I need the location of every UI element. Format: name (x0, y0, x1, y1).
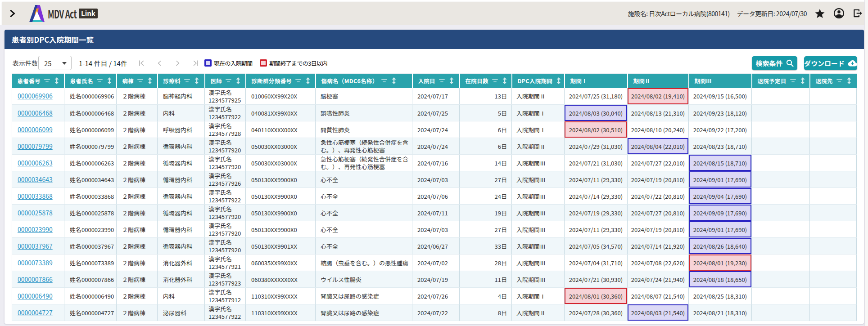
filter-icon[interactable] (97, 79, 103, 83)
sort-icon[interactable] (449, 77, 454, 84)
filter-icon[interactable] (836, 79, 843, 83)
sort-icon[interactable] (107, 77, 112, 84)
cell-department: 循環器内科 (158, 138, 205, 155)
column-label: 病棟 (122, 76, 134, 85)
cell-department: 循環器内科 (158, 188, 205, 205)
sort-icon[interactable] (800, 77, 805, 84)
filter-icon[interactable] (226, 79, 232, 83)
cell-doctor: 漢字氏名1234577922 (205, 105, 246, 121)
cell-period2: 2024/08/04 (22,010) (628, 138, 689, 155)
legend: 現在の入院期間 期間終了までの3日以内 (204, 59, 328, 67)
cell-discharge_date (752, 271, 810, 288)
patient-number-link[interactable]: 0000034643 (18, 175, 53, 184)
cell-discharge_date (752, 188, 810, 205)
favorite-button[interactable] (813, 4, 827, 22)
cell-period1: 2024/07/28 (30,360) (565, 304, 628, 321)
column-header-disease[interactable]: 傷病名（MDC6名称） (316, 74, 412, 88)
patient-number-link[interactable]: 0000007866 (18, 275, 53, 284)
table-row: 0000025878 姓名0000025878 ２階病棟 循環器内科 漢字氏名1… (12, 205, 857, 221)
toolbar-buttons: 検索条件 ダウンロード (752, 56, 857, 70)
cell-disease: 結腸（虫垂を含む。）の悪性腫瘍 (316, 255, 412, 271)
column-header-department[interactable]: 診療科 (158, 74, 205, 88)
cell-doctor: 漢字氏名1234577920 (205, 205, 246, 221)
page-size-select[interactable]: 25 (38, 56, 72, 70)
sort-icon[interactable] (236, 77, 240, 84)
column-header-discharge_date[interactable]: 退院予定日 (752, 74, 810, 88)
filter-icon[interactable] (439, 79, 445, 83)
logout-button[interactable] (851, 4, 864, 22)
next-page-button[interactable] (171, 56, 185, 70)
patient-number-link[interactable]: 0000037967 (18, 241, 53, 250)
column-header-dpc_code[interactable]: 診断群分類番号 (246, 74, 316, 88)
patient-number-link[interactable]: 0000004727 (18, 308, 53, 317)
cell-discharge_to (810, 304, 857, 321)
cell-period1: 2024/07/25 (31,180) (565, 88, 628, 105)
table-row: 0000037967 姓名0000037967 ２階病棟 循環器内科 漢字氏名1… (12, 238, 857, 255)
patient-number-link[interactable]: 0000023990 (18, 225, 53, 234)
cell-period3: 2024/08/01 (19,230) (689, 255, 752, 271)
column-header-days[interactable]: 在院日数 (460, 74, 512, 88)
chevron-left-icon (156, 60, 163, 67)
last-page-button[interactable] (189, 56, 203, 70)
table-row: 0000073389 姓名0000073389 ２階病棟 消化器外科 漢字氏名1… (12, 255, 857, 271)
first-page-button[interactable] (135, 56, 149, 70)
column-header-dpc_period[interactable]: DPC入院期間 (512, 74, 565, 88)
column-header-doctor[interactable]: 医師 (205, 74, 246, 88)
cell-days: 13日 (460, 88, 512, 105)
cell-department: 循環器内科 (158, 171, 205, 188)
patient-number-link[interactable]: 0000006468 (18, 108, 53, 117)
prev-page-button[interactable] (153, 56, 167, 70)
filter-icon[interactable] (381, 79, 388, 83)
dpc-table-wrap: 患者番号 患者氏名 病棟 診療科 医師 診断群分類番号 傷病名（MDC6名称） … (12, 73, 856, 321)
filter-icon[interactable] (492, 79, 498, 83)
sort-icon[interactable] (54, 77, 59, 84)
cell-days: 6日 (460, 138, 512, 155)
sort-icon[interactable] (392, 77, 396, 84)
patient-number-link[interactable]: 0000079799 (18, 142, 53, 151)
column-header-discharge_to[interactable]: 退院先 (810, 74, 857, 88)
column-header-patient_no[interactable]: 患者番号 (12, 74, 64, 88)
column-header-admission_date[interactable]: 入院日 (412, 74, 460, 88)
download-button[interactable]: ダウンロード (804, 56, 857, 70)
sort-icon[interactable] (148, 77, 152, 84)
cell-discharge_date (752, 138, 810, 155)
filter-icon[interactable] (44, 79, 50, 83)
account-button[interactable] (832, 4, 845, 22)
column-label: 患者氏名 (70, 76, 93, 85)
header-right: 施設名: 日次Actローカル病院(800141) データ更新日: 2024/07… (628, 4, 864, 22)
legend-item-current: 現在の入院期間 (204, 59, 253, 67)
sidebar-expand-button[interactable] (2, 2, 23, 25)
cell-doctor: 漢字氏名1234577920 (205, 221, 246, 238)
table-row: 0000023990 姓名0000023990 ２階病棟 循環器内科 漢字氏名1… (12, 221, 857, 238)
search-conditions-button[interactable]: 検索条件 (752, 56, 797, 70)
cell-dpc_code: 060035XX99X0XX (246, 255, 316, 271)
patient-number-link[interactable]: 0000006263 (18, 158, 53, 167)
column-label: DPC入院期間 (518, 76, 553, 85)
filter-icon[interactable] (184, 79, 190, 83)
cell-doctor: 漢字氏名1234577912 (205, 288, 246, 304)
sort-icon[interactable] (194, 77, 199, 84)
cell-period3: 2024/08/21 (18,310) (689, 304, 752, 321)
column-header-ward[interactable]: 病棟 (117, 74, 158, 88)
cell-admission_date: 2024/07/16 (412, 155, 460, 171)
cell-discharge_to (810, 188, 857, 205)
patient-number-link[interactable]: 0000025878 (18, 208, 53, 217)
patient-number-link[interactable]: 0000033868 (18, 192, 53, 201)
sort-icon[interactable] (306, 77, 310, 84)
cell-discharge_to (810, 105, 857, 121)
cell-disease: 心不全 (316, 188, 412, 205)
filter-icon[interactable] (137, 79, 144, 83)
sort-icon[interactable] (556, 77, 561, 84)
sort-icon[interactable] (502, 77, 507, 84)
column-header-period3: 期間Ⅲ (689, 74, 752, 88)
column-header-name[interactable]: 患者氏名 (64, 74, 117, 88)
cell-period3: 2024/09/01 (17,690) (689, 171, 752, 188)
filter-icon[interactable] (790, 79, 796, 83)
sort-icon[interactable] (847, 77, 851, 84)
filter-icon[interactable] (295, 79, 302, 83)
cell-days: 14日 (460, 155, 512, 171)
patient-number-link[interactable]: 0000006490 (18, 291, 53, 300)
patient-number-link[interactable]: 0000006099 (18, 125, 53, 134)
patient-number-link[interactable]: 0000069906 (18, 91, 53, 100)
patient-number-link[interactable]: 0000073389 (18, 258, 53, 267)
